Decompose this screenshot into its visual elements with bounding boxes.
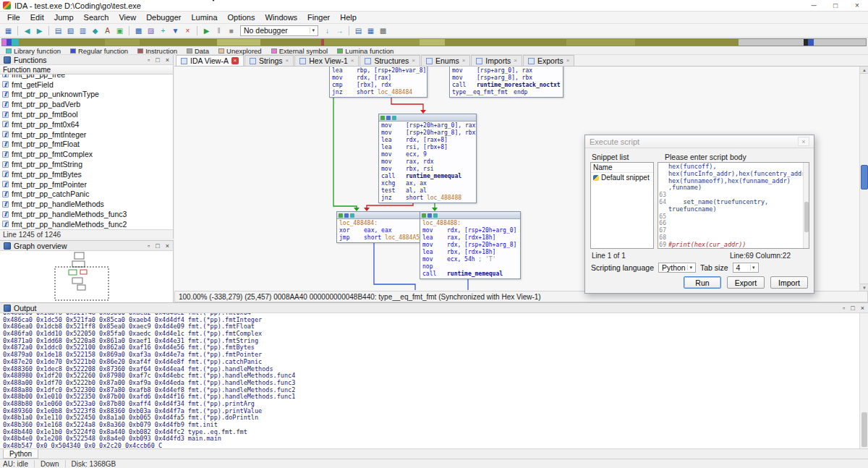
function-row[interactable]: f fmt_ptr_pp_handleMethods <box>0 199 173 209</box>
output-scrollbar[interactable] <box>859 313 868 448</box>
tab-ida-view-a[interactable]: IDA View-A × <box>176 55 244 66</box>
menu-item[interactable]: Debugger <box>141 12 186 22</box>
menu-item[interactable]: View <box>114 12 141 22</box>
snippet-list-header[interactable]: Name <box>591 163 653 173</box>
panel-float-icon[interactable]: □ <box>851 305 854 312</box>
toolbar-separator[interactable] <box>129 26 129 35</box>
output-panel-titlebar[interactable]: Output ▫ □ × <box>0 303 868 313</box>
scrollbar-thumb[interactable] <box>861 412 867 447</box>
breakpoints-icon[interactable]: ▤ <box>352 25 365 36</box>
function-row[interactable]: f fmt_ptr_pp_free <box>0 75 173 80</box>
tab-close-icon[interactable]: × <box>462 57 466 64</box>
panel-close-icon[interactable]: × <box>861 305 864 312</box>
menu-item[interactable]: Lumina <box>186 12 222 22</box>
stop-process-icon[interactable]: ■ <box>225 25 237 36</box>
text-view-icon[interactable]: ▥ <box>77 25 89 36</box>
tab-close-icon[interactable]: × <box>566 57 570 64</box>
menu-item[interactable]: Jump <box>49 12 79 22</box>
execute-script-dialog[interactable]: Execute script × Snippet list Please ent… <box>584 135 814 294</box>
tab-exports[interactable]: Exports × <box>523 55 574 66</box>
menu-item[interactable]: Options <box>223 12 260 22</box>
cancel-icon[interactable]: × <box>182 25 194 36</box>
menu-item[interactable]: Finger <box>302 12 335 22</box>
graph-overview-canvas[interactable] <box>0 251 173 302</box>
menu-item[interactable]: Search <box>79 12 114 22</box>
close-button[interactable]: × <box>846 0 868 11</box>
run-button[interactable]: Run <box>684 276 721 289</box>
function-row[interactable]: f fmt_ptr_pp_badVerb <box>0 99 173 109</box>
language-select[interactable]: Python ▾ <box>658 263 696 273</box>
tab-close-icon[interactable]: × <box>412 57 415 64</box>
menu-item[interactable]: Edit <box>25 12 49 22</box>
graph-node-entry[interactable]: learbp, [rsp+20h+var_8]movrdx, [rax]cmp[… <box>329 67 427 98</box>
scrollbar-thumb[interactable] <box>804 202 809 232</box>
tab-structures[interactable]: Structures × <box>359 55 420 66</box>
dialog-close-button[interactable]: × <box>798 137 809 146</box>
menu-item[interactable]: Windows <box>260 12 302 22</box>
graph-view-icon[interactable]: ▧ <box>64 25 77 36</box>
tab-size-select[interactable]: 4 ▾ <box>733 263 759 273</box>
toolbar-separator[interactable] <box>197 26 197 35</box>
tab-python[interactable]: Python <box>3 449 38 459</box>
search-icon[interactable]: ▩ <box>132 25 145 36</box>
step-over-icon[interactable]: → <box>333 25 346 36</box>
panel-close-icon[interactable]: × <box>166 242 169 250</box>
jump-icon[interactable]: ▼ <box>169 25 182 36</box>
nav-forward-icon[interactable]: ▶ <box>33 25 46 36</box>
flirt-signatures-icon[interactable]: ◆ <box>89 25 101 36</box>
function-row[interactable]: f fmt_ptr_pp_fmtBool <box>0 109 173 119</box>
graph-node-memequal[interactable]: mov[rsp+20h+arg_0], raxmov[rsp+20h+arg_8… <box>378 114 477 203</box>
add-icon[interactable]: + <box>157 25 169 36</box>
menu-item[interactable]: Help <box>335 12 362 22</box>
function-row[interactable]: f fmt_ptr_pp_fmtBytes <box>0 169 173 179</box>
function-row[interactable]: f fmt_ptr_pp_fmtString <box>0 159 173 169</box>
menu-item[interactable]: File <box>2 12 25 22</box>
import-button[interactable]: Import <box>770 276 808 289</box>
panel-dock-icon[interactable]: ▫ <box>843 305 845 312</box>
tab-imports[interactable]: Imports × <box>471 55 522 66</box>
panel-dock-icon[interactable]: ▫ <box>148 242 150 250</box>
tab-close-icon[interactable]: × <box>286 57 289 64</box>
minimize-button[interactable]: ─ <box>803 0 825 11</box>
toolbar-separator[interactable] <box>17 26 18 35</box>
snippet-list[interactable]: Name Default snippet <box>590 162 654 249</box>
function-row[interactable]: f fmt_ptr_pp_handleMethods_func3 <box>0 209 173 219</box>
functions-panel-titlebar[interactable]: Functions ▫ □ × <box>0 55 173 65</box>
panel-float-icon[interactable]: □ <box>156 56 159 64</box>
names-icon[interactable]: A <box>101 25 114 36</box>
script-editor[interactable]: hex(funcoff),hex(funcInfo_addr),hex(func… <box>658 162 809 249</box>
tab-close-icon[interactable]: × <box>231 57 239 64</box>
graph-node-loc-488488[interactable]: loc_488488:movrdx, [rsp+20h+arg_0]learax… <box>420 211 521 279</box>
function-row[interactable]: f fmt_ptr_pp_fmtInteger <box>0 129 173 140</box>
editor-scrollbar[interactable] <box>803 163 809 248</box>
function-row[interactable]: f fmt_ptr_pp_unknownType <box>0 90 173 100</box>
options-icon[interactable]: ▩ <box>377 25 389 36</box>
graph-node-titlebar[interactable] <box>379 114 476 122</box>
function-row[interactable]: f fmt_ptr_pp_fmtFloat <box>0 140 173 150</box>
dialog-titlebar[interactable]: Execute script × <box>585 135 814 148</box>
function-row[interactable]: f fmt_ptr_pp_catchPanic <box>0 190 173 200</box>
nav-back-icon[interactable]: ◀ <box>21 25 33 36</box>
toolbar-separator[interactable] <box>48 26 49 35</box>
tab-enums[interactable]: Enums × <box>421 55 470 66</box>
panel-close-icon[interactable]: × <box>166 56 169 64</box>
tab-close-icon[interactable]: × <box>514 57 517 64</box>
graph-vertical-scrollbar[interactable]: ▲ ▼ <box>859 67 868 291</box>
snippet-item[interactable]: Default snippet <box>591 173 653 182</box>
output-console[interactable]: 0x486b60 0x1dbf8 0x521f48 0x85b60 0xaea2… <box>0 313 859 449</box>
panel-dock-icon[interactable]: ▫ <box>148 56 150 64</box>
function-row[interactable]: f fmt_ptr_pp_fmtPointer <box>0 179 173 190</box>
panel-float-icon[interactable]: □ <box>156 242 159 250</box>
functions-column-header[interactable]: Function name <box>0 65 173 75</box>
script-console-icon[interactable]: ▦ <box>365 25 377 36</box>
tab-hex-view-1[interactable]: Hex View-1 × <box>294 55 359 66</box>
function-row[interactable]: f fmt_ptr_pp_fmt0x64 <box>0 119 173 129</box>
pause-process-icon[interactable]: ‖ <box>213 25 225 36</box>
graph-node-titlebar[interactable] <box>420 212 520 219</box>
function-row[interactable]: f fmt_getField <box>0 80 173 90</box>
scroll-up-icon[interactable]: ▲ <box>860 67 868 74</box>
snapshot-icon[interactable]: ▣ <box>114 25 126 36</box>
debugger-select[interactable]: No debugger ▾ <box>240 25 318 36</box>
scrollbar-thumb[interactable] <box>861 165 868 190</box>
graph-node-titlebar[interactable] <box>337 212 421 219</box>
